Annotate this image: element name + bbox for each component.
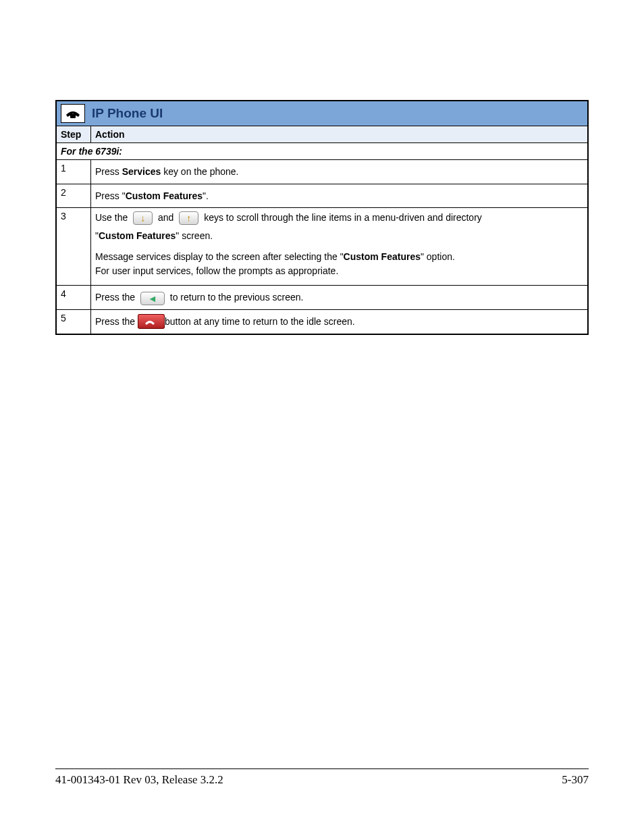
step-number: 5 bbox=[56, 310, 91, 334]
header-action: Action bbox=[91, 126, 589, 143]
up-arrow-icon: ↑ bbox=[186, 213, 191, 223]
action-cell: Press Services key on the phone. bbox=[91, 160, 589, 184]
up-arrow-button: ↑ bbox=[179, 211, 198, 225]
left-arrow-icon: ◄ bbox=[148, 294, 157, 303]
step-number: 4 bbox=[56, 286, 91, 310]
step-number: 2 bbox=[56, 184, 91, 208]
table-row: 2 Press "Custom Features". bbox=[56, 184, 588, 208]
action-cell: Press the button at any time to return t… bbox=[91, 310, 589, 334]
step-number: 1 bbox=[56, 160, 91, 184]
back-button: ◄ bbox=[140, 292, 165, 305]
header-step: Step bbox=[56, 126, 91, 143]
down-arrow-icon: ↓ bbox=[140, 213, 145, 223]
table-row: 1 Press Services key on the phone. bbox=[56, 160, 588, 184]
header-row: Step Action bbox=[56, 126, 588, 143]
step-number: 3 bbox=[56, 208, 91, 286]
phone-icon bbox=[61, 104, 85, 123]
table-title: IP Phone UI bbox=[92, 106, 163, 121]
table-row: 4 Press the ◄ to return to the previous … bbox=[56, 286, 588, 310]
instruction-table: IP Phone UI Step Action For the 6739i: 1… bbox=[55, 100, 589, 335]
action-cell: Press the ◄ to return to the previous sc… bbox=[91, 286, 589, 310]
document-page: IP Phone UI Step Action For the 6739i: 1… bbox=[0, 0, 644, 834]
action-cell: Press "Custom Features". bbox=[91, 184, 589, 208]
hangup-button bbox=[138, 314, 165, 329]
down-arrow-button: ↓ bbox=[133, 211, 153, 225]
table-row: 3 Use the ↓ and ↑ keys to scroll through… bbox=[56, 208, 588, 286]
footer-left: 41-001343-01 Rev 03, Release 3.2.2 bbox=[55, 773, 223, 787]
table-row: 5 Press the button at any time to return… bbox=[56, 310, 588, 334]
hangup-icon bbox=[144, 319, 156, 325]
title-row: IP Phone UI bbox=[56, 101, 588, 126]
svg-rect-0 bbox=[70, 114, 76, 118]
page-footer: 41-001343-01 Rev 03, Release 3.2.2 5-307 bbox=[55, 768, 589, 787]
action-cell: Use the ↓ and ↑ keys to scroll through t… bbox=[91, 208, 589, 286]
footer-right: 5-307 bbox=[562, 773, 589, 787]
model-subhead: For the 6739i: bbox=[56, 143, 588, 160]
